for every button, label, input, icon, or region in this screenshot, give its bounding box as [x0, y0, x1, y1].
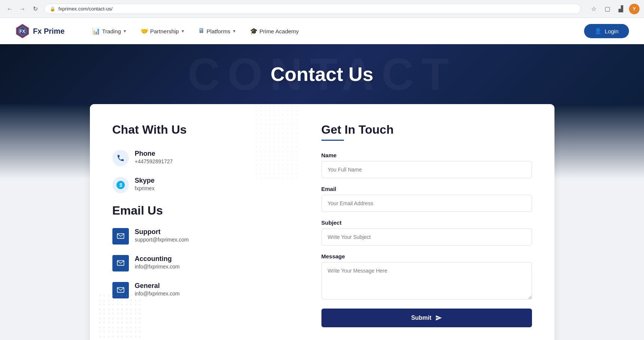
accounting-info: Accounting info@fxprimex.com: [135, 255, 180, 270]
message-textarea[interactable]: [321, 262, 532, 300]
hero-title: Contact Us: [270, 63, 373, 85]
navbar: FX Fx Prime 📊 Trading ▼ 🤝 Partnership ▼ …: [0, 18, 644, 44]
bookmark-button[interactable]: ☆: [589, 4, 599, 14]
logo[interactable]: FX Fx Prime: [15, 24, 64, 39]
back-button[interactable]: ←: [4, 4, 15, 14]
content-card: Chat With Us Phone +447592891727: [90, 104, 554, 340]
nav-links: 📊 Trading ▼ 🤝 Partnership ▼ 🖥 Platforms …: [87, 24, 584, 38]
phone-label: Phone: [135, 150, 173, 158]
login-button[interactable]: 👤 Login: [584, 24, 629, 38]
url-text: fxprimex.com/contact-us/: [58, 6, 113, 12]
name-input[interactable]: [321, 161, 532, 178]
skype-icon: [117, 181, 125, 189]
lock-icon: 🔒: [50, 6, 55, 12]
phone-icon: [117, 154, 125, 162]
support-email-icon-wrap: [112, 228, 129, 245]
trading-icon: 📊: [92, 27, 100, 35]
subject-label: Subject: [321, 219, 532, 226]
phone-contact-item: Phone +447592891727: [112, 150, 276, 166]
nav-label-prime-academy: Prime Academy: [260, 28, 299, 34]
prime-academy-icon: 🎓: [250, 27, 258, 35]
site-wrapper: FX Fx Prime 📊 Trading ▼ 🤝 Partnership ▼ …: [0, 18, 644, 340]
general-email-icon: [117, 287, 124, 293]
subject-form-group: Subject: [321, 219, 532, 246]
skype-label: Skype: [135, 177, 155, 185]
platforms-icon: 🖥: [198, 27, 205, 35]
left-panel: Chat With Us Phone +447592891727: [90, 104, 299, 340]
nav-item-prime-academy[interactable]: 🎓 Prime Academy: [245, 24, 304, 38]
support-info: Support support@fxprimex.com: [135, 228, 189, 243]
accounting-email: info@fxprimex.com: [135, 264, 180, 270]
nav-label-partnership: Partnership: [150, 28, 179, 34]
phone-info: Phone +447592891727: [135, 150, 173, 164]
browser-controls: ← → ↻: [4, 4, 40, 14]
svg-text:FX: FX: [19, 29, 25, 34]
nav-item-platforms[interactable]: 🖥 Platforms ▼: [193, 24, 241, 38]
accounting-email-icon: [117, 260, 124, 266]
email-us-title: Email Us: [112, 204, 276, 218]
skype-contact-item: Skype fxprimex: [112, 177, 276, 193]
forward-button[interactable]: →: [17, 4, 28, 14]
logo-icon: FX: [15, 24, 30, 39]
extensions-button[interactable]: ▢: [602, 4, 613, 14]
phone-value: +447592891727: [135, 158, 173, 164]
message-form-group: Message: [321, 253, 532, 301]
accounting-label: Accounting: [135, 255, 180, 263]
submit-icon: [435, 315, 442, 321]
accounting-email-icon-wrap: [112, 255, 129, 271]
phone-icon-wrap: [112, 150, 129, 166]
submit-button[interactable]: Submit: [321, 309, 532, 327]
sidebar-button[interactable]: ▟: [616, 4, 626, 14]
contact-form: Name Email Subject Message: [321, 152, 532, 327]
subject-input[interactable]: [321, 228, 532, 246]
address-bar[interactable]: 🔒 fxprimex.com/contact-us/: [44, 4, 581, 14]
submit-label: Submit: [411, 315, 431, 321]
partnership-icon: 🤝: [140, 27, 148, 35]
message-label: Message: [321, 253, 532, 259]
logo-text: Fx Prime: [33, 27, 64, 36]
accounting-contact-item: Accounting info@fxprimex.com: [112, 255, 276, 271]
partnership-chevron: ▼: [181, 29, 185, 33]
browser-chrome: ← → ↻ 🔒 fxprimex.com/contact-us/ ☆ ▢ ▟ Y: [0, 0, 644, 18]
browser-right-controls: ☆ ▢ ▟ Y: [589, 4, 640, 14]
email-label: Email: [321, 186, 532, 192]
support-label: Support: [135, 228, 189, 236]
nav-item-trading[interactable]: 📊 Trading ▼: [87, 24, 132, 38]
hero-section: CONTACT Contact Us: [0, 44, 644, 104]
name-form-group: Name: [321, 152, 532, 178]
email-form-group: Email: [321, 186, 532, 212]
support-email-icon: [117, 233, 124, 239]
right-panel: Get In Touch Name Email Subject: [299, 104, 554, 340]
nav-label-trading: Trading: [102, 28, 121, 34]
profile-avatar[interactable]: Y: [629, 4, 640, 14]
chat-with-us-title: Chat With Us: [112, 123, 276, 137]
name-label: Name: [321, 152, 532, 158]
login-icon: 👤: [595, 28, 602, 34]
email-input[interactable]: [321, 195, 532, 212]
main-content: Chat With Us Phone +447592891727: [0, 104, 644, 340]
trading-chevron: ▼: [123, 29, 127, 33]
nav-item-partnership[interactable]: 🤝 Partnership ▼: [135, 24, 190, 38]
support-contact-item: Support support@fxprimex.com: [112, 228, 276, 245]
general-label: General: [135, 282, 180, 290]
skype-value: fxprimex: [135, 185, 155, 191]
form-title: Get In Touch: [321, 123, 532, 137]
form-underline: [321, 140, 344, 141]
platforms-chevron: ▼: [232, 29, 236, 33]
nav-label-platforms: Platforms: [206, 28, 230, 34]
skype-icon-wrap: [112, 177, 129, 193]
support-email: support@fxprimex.com: [135, 237, 189, 243]
dot-pattern-bottom: [97, 294, 142, 339]
dot-pattern-top: [254, 104, 299, 179]
refresh-button[interactable]: ↻: [30, 4, 40, 14]
skype-info: Skype fxprimex: [135, 177, 155, 191]
login-label: Login: [605, 28, 619, 34]
